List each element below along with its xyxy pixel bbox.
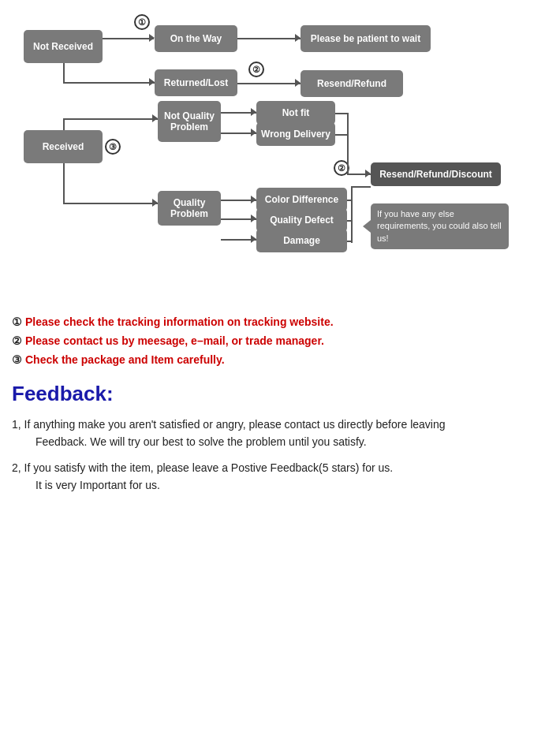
- line-dm-h: [347, 241, 351, 242]
- arrowhead-nr-otw: [149, 34, 155, 42]
- line-bottom-h-rrd: [351, 186, 371, 188]
- box-returned-lost: Returned/Lost: [155, 69, 237, 96]
- note-2: ② Please contact us by meesage, e–mail, …: [12, 334, 548, 347]
- arrow-rl-rr: [237, 83, 301, 84]
- arrowhead-qp-dm: [251, 235, 256, 243]
- note-1: ① Please check the tracking information …: [12, 315, 548, 328]
- arrow-otw-pw: [237, 38, 301, 39]
- box-not-quality-problem: Not Quality Problem: [158, 101, 221, 142]
- note-2-text: Please contact us by meesage, e–mail, or…: [25, 334, 324, 347]
- box-damage: Damage: [256, 229, 347, 252]
- arrowhead-rec-nqp: [152, 114, 158, 122]
- line-nf-h: [335, 113, 347, 114]
- box-on-the-way: On the Way: [155, 25, 237, 52]
- arrow-rec-qp: [63, 203, 158, 204]
- line-nf-merge: [347, 113, 349, 174]
- box-wrong-delivery: Wrong Delivery: [256, 122, 335, 146]
- box-not-received: Not Received: [24, 30, 103, 63]
- box-quality-problem: Quality Problem: [158, 191, 221, 226]
- feedback-item-2: 2, If you satisfy with the item, please …: [12, 459, 548, 495]
- arrowhead-otw-pw: [295, 34, 301, 42]
- arrowhead-merge-rrd: [365, 170, 371, 177]
- arrowhead-nqp-nf: [251, 108, 256, 116]
- arrowhead-qp-qd: [251, 215, 256, 222]
- note-3: ③ Check the package and Item carefully.: [12, 353, 548, 366]
- feedback-section: Feedback: 1, If anything make you aren't…: [12, 382, 548, 495]
- arrow-rec-v-up: [63, 118, 65, 130]
- box-please-wait: Please be patient to wait: [301, 25, 431, 52]
- line-wd-h: [335, 134, 347, 136]
- arrowhead-qp-cd: [251, 196, 256, 203]
- feedback-title: Feedback:: [12, 382, 548, 406]
- page-wrapper: ① Not Received On the Way Please be pati…: [0, 0, 560, 518]
- box-resend-refund: Resend/Refund: [301, 70, 403, 97]
- note-3-text: Check the package and Item carefully.: [25, 353, 225, 366]
- note-3-num: ③: [12, 353, 22, 366]
- circle-3: ③: [105, 139, 121, 155]
- line-bottom-to-rrd: [351, 186, 353, 200]
- flowchart-area: ① Not Received On the Way Please be pati…: [12, 8, 548, 308]
- note-2-num: ②: [12, 334, 22, 347]
- line-cd-h: [347, 200, 351, 201]
- notes-section: ① Please check the tracking information …: [12, 315, 548, 366]
- arrow-rec-v-down: [63, 163, 65, 203]
- arrow-rec-nqp: [63, 118, 158, 120]
- circle-1: ①: [134, 14, 150, 30]
- arrow-nr-v: [63, 63, 65, 83]
- arrowhead-rec-qp: [152, 199, 158, 207]
- arrowhead-nqp-wd: [251, 129, 256, 136]
- arrow-nr-otw: [103, 38, 154, 39]
- line-qdd-h: [347, 220, 351, 222]
- feedback-item-2-main: 2, If you satisfy with the item, please …: [12, 459, 548, 476]
- feedback-item-2-indent: It is very Important for us.: [35, 476, 548, 494]
- feedback-item-1-indent: Feedback. We will try our best to solve …: [35, 433, 548, 450]
- line-qp-merge-v: [351, 200, 353, 243]
- box-received: Received: [24, 130, 103, 163]
- arrow-nr-rl: [63, 82, 155, 84]
- circle-2-top: ②: [248, 62, 264, 77]
- arrowhead-rl-rr: [295, 79, 301, 87]
- box-resend-refund-discount: Resend/Refund/Discount: [371, 162, 501, 186]
- arrowhead-nr-rl: [149, 78, 155, 86]
- feedback-item-1: 1, If anything make you aren't satisfied…: [12, 416, 548, 451]
- note-1-num: ①: [12, 315, 22, 328]
- callout-box: If you have any else requirements, you c…: [371, 203, 509, 249]
- box-not-fit: Not fit: [256, 101, 335, 125]
- note-1-text: Please check the tracking information on…: [25, 315, 334, 328]
- feedback-item-1-main: 1, If anything make you aren't satisfied…: [12, 416, 548, 433]
